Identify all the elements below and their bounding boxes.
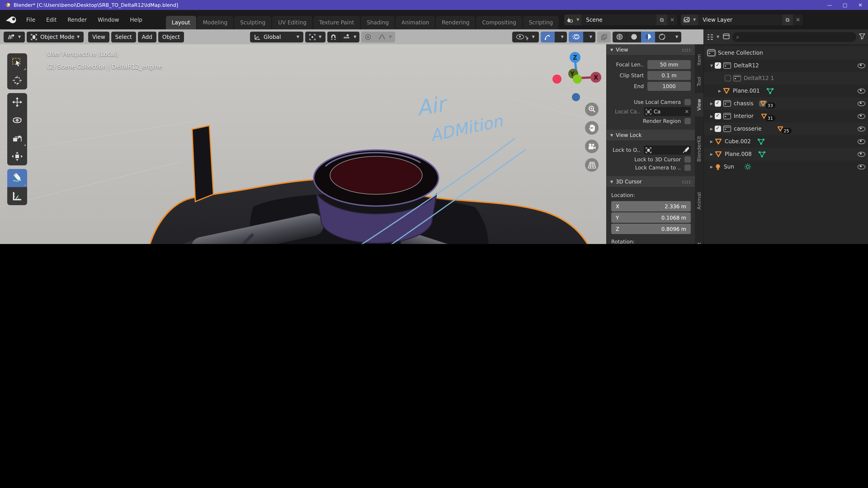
tab-shading[interactable]: Shading: [361, 16, 395, 29]
disclosure-icon[interactable]: ▼: [708, 64, 715, 68]
outliner-search-input[interactable]: ⌕: [733, 32, 856, 42]
view-layer-name[interactable]: View Layer: [698, 17, 782, 23]
tab-uv-editing[interactable]: UV Editing: [272, 16, 312, 29]
lock-to-object-field[interactable]: [644, 145, 691, 155]
hide-eye-icon[interactable]: [858, 139, 865, 144]
outliner-row-carosserie[interactable]: ▶ carosserie 25: [704, 123, 868, 135]
hide-eye-icon[interactable]: [858, 126, 865, 131]
shading-solid-icon[interactable]: [627, 31, 641, 42]
view-layer-unlink-icon[interactable]: ✕: [793, 17, 803, 23]
display-mode-icon[interactable]: [723, 33, 730, 40]
clear-icon[interactable]: ✕: [685, 108, 689, 115]
focal-length-field[interactable]: 50 mm: [647, 60, 691, 69]
snap-settings-button[interactable]: ▼: [340, 31, 360, 42]
outliner-editor-button[interactable]: ▼: [707, 34, 719, 40]
collection-checkbox[interactable]: [725, 75, 731, 81]
minimize-icon[interactable]: —: [822, 2, 837, 8]
view-layer-copy-icon[interactable]: ⧉: [782, 14, 793, 25]
section-3d-cursor[interactable]: ▼3D Cursor: [607, 176, 695, 188]
axis-gizmo[interactable]: Z X Y: [538, 47, 610, 106]
scene-copy-icon[interactable]: ⧉: [656, 14, 667, 25]
disclosure-icon[interactable]: ▶: [708, 114, 715, 118]
xray-toggle-icon[interactable]: [597, 31, 611, 42]
shading-rendered-icon[interactable]: [655, 31, 669, 42]
blender-logo-icon[interactable]: [5, 15, 17, 24]
tab-animation[interactable]: Animation: [396, 16, 435, 29]
camera-view-button[interactable]: [585, 140, 598, 153]
outliner-row-chassis[interactable]: ▶ chassis 33: [704, 97, 868, 110]
move-tool[interactable]: [7, 93, 27, 111]
clip-start-field[interactable]: 0.1 m: [647, 71, 691, 80]
outliner-row-deltar12-1[interactable]: DeltaR12 1: [704, 72, 868, 85]
collection-checkbox[interactable]: [715, 62, 721, 69]
editor-type-button[interactable]: ▼: [4, 31, 25, 42]
pan-hand-button[interactable]: [585, 121, 598, 135]
lock-3d-cursor-checkbox[interactable]: [684, 156, 691, 163]
lock-camera-checkbox[interactable]: [684, 164, 691, 171]
render-region-checkbox[interactable]: [684, 118, 691, 124]
clip-end-field[interactable]: 1000: [647, 82, 691, 91]
grip-icon[interactable]: [682, 48, 692, 51]
tab-sculpting[interactable]: Sculpting: [234, 16, 271, 29]
ortho-grid-button[interactable]: [585, 158, 598, 172]
close-icon[interactable]: ✕: [852, 2, 868, 8]
overlays-dropdown[interactable]: ▼: [583, 31, 595, 42]
tab-animat[interactable]: Animat: [695, 184, 704, 218]
hide-eye-icon[interactable]: [858, 164, 865, 169]
tab-texture-paint[interactable]: Texture Paint: [313, 16, 360, 29]
menu-help[interactable]: Help: [125, 17, 148, 23]
cursor-tool[interactable]: [7, 71, 27, 90]
grip-icon[interactable]: [682, 180, 692, 183]
window-controls[interactable]: — ▢ ✕: [822, 2, 868, 8]
outliner-row-cube002[interactable]: ▶ Cube.002: [704, 135, 868, 148]
view-layer-icon[interactable]: ▼: [681, 14, 698, 25]
gizmos-dropdown[interactable]: ▼: [555, 31, 567, 42]
tab-layout[interactable]: Layout: [166, 16, 196, 29]
menu-add[interactable]: Add: [138, 31, 156, 42]
outliner-row-interior[interactable]: ▶ Interior 31: [704, 110, 868, 123]
menu-render[interactable]: Render: [62, 17, 92, 23]
zoom-button[interactable]: [585, 103, 598, 116]
outliner-row-plane008[interactable]: ▶ Plane.008: [704, 148, 868, 160]
scale-tool[interactable]: [7, 129, 27, 147]
hide-eye-icon[interactable]: [858, 152, 865, 157]
tab-view[interactable]: View: [695, 93, 704, 117]
rotate-tool[interactable]: [7, 111, 27, 129]
proportional-editing-icon[interactable]: [362, 31, 375, 42]
cursor-location-x[interactable]: X2.336 m: [611, 201, 691, 212]
collection-checkbox[interactable]: [715, 113, 721, 119]
disclosure-icon[interactable]: ▶: [708, 152, 715, 156]
tab-compositing[interactable]: Compositing: [476, 16, 522, 29]
hide-eye-icon[interactable]: [858, 113, 865, 119]
disclosure-icon[interactable]: ▶: [708, 127, 715, 131]
collection-checkbox[interactable]: [715, 100, 721, 107]
menu-file[interactable]: File: [21, 17, 41, 23]
shading-dropdown[interactable]: ▼: [669, 31, 681, 42]
snap-magnet-icon[interactable]: [327, 31, 340, 42]
outliner-row-deltar12[interactable]: ▼ DeltaR12: [704, 59, 868, 72]
shading-material-icon[interactable]: [641, 31, 655, 42]
cursor-location-y[interactable]: Y0.1068 m: [611, 213, 691, 223]
outliner-row-sun[interactable]: ▶ Sun: [704, 160, 868, 173]
disclosure-icon[interactable]: ▶: [708, 101, 715, 105]
tab-blenderkit[interactable]: BlenderKit: [695, 128, 704, 169]
transform-tool[interactable]: [7, 147, 27, 165]
hide-eye-icon[interactable]: [858, 101, 865, 106]
object-visibility-button[interactable]: ▼: [513, 31, 539, 42]
tab-modeling[interactable]: Modeling: [197, 16, 233, 29]
mode-selector[interactable]: Object Mode ▼: [27, 31, 84, 42]
outliner-row-scene-collection[interactable]: Scene Collection: [704, 46, 868, 59]
overlays-toggle-icon[interactable]: [569, 31, 583, 42]
select-box-tool[interactable]: [7, 53, 27, 71]
maximize-icon[interactable]: ▢: [837, 2, 852, 8]
tab-scripting[interactable]: Scripting: [523, 16, 559, 29]
disclosure-icon[interactable]: ▶: [708, 139, 715, 143]
section-view[interactable]: ▼View: [607, 44, 695, 56]
falloff-curve-button[interactable]: ▼: [375, 31, 395, 42]
hide-eye-icon[interactable]: [858, 88, 865, 93]
scene-browse-icon[interactable]: ▼: [564, 14, 581, 25]
annotate-tool[interactable]: [7, 169, 27, 187]
menu-select[interactable]: Select: [111, 31, 136, 42]
pivot-point-button[interactable]: ▼: [305, 31, 326, 42]
disclosure-icon[interactable]: ▶: [708, 165, 715, 169]
